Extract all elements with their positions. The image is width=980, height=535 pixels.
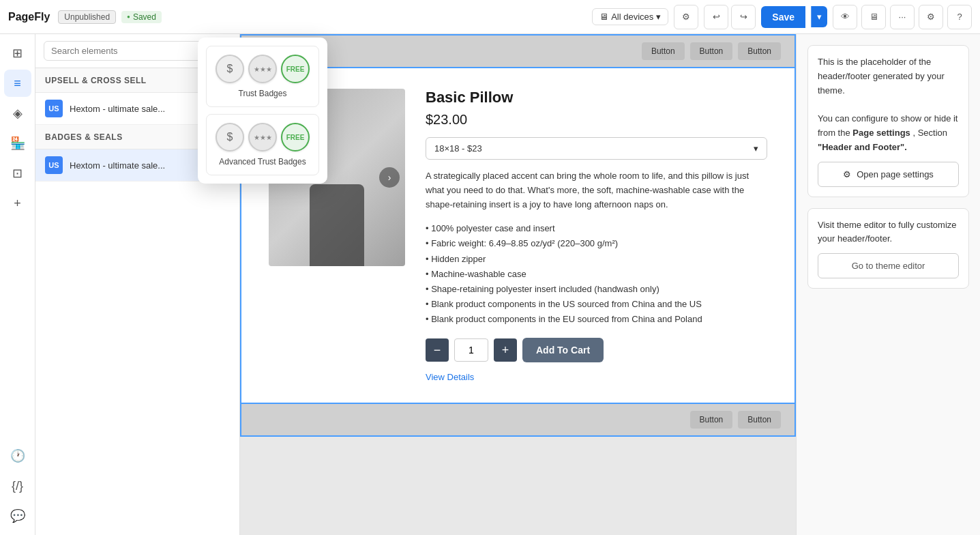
product-image-next-button[interactable]: › [379,167,400,188]
variant-value: 18×18 - $23 [434,143,482,154]
rail-history-button[interactable]: 🕐 [4,442,31,469]
eye-icon: 👁 [841,12,850,22]
product-image-decor [310,184,364,266]
trust-badges-icons: $ ★★★ FREE [216,55,310,83]
product-info: Basic Pillow $23.00 18×18 - $23 ▾ A stra… [426,89,767,382]
quantity-decrease-button[interactable]: − [426,338,449,362]
apps-icon: ◈ [13,106,23,121]
badge-free: FREE [281,55,310,83]
rail-apps-button[interactable]: ◈ [4,100,31,127]
help-button[interactable]: ? [947,5,972,29]
save-button[interactable]: Save [761,6,805,28]
right-panel: This is the placeholder of the header/fo… [796,34,980,535]
gear-icon: ⚙ [843,169,851,179]
badge-dollar: $ [216,55,244,83]
elements-icon: ⊡ [12,166,23,181]
topbar: PageFly Unpublished Saved 🖥 All devices … [0,0,980,34]
chat-icon: 💬 [10,508,25,523]
more-options-button[interactable]: ··· [890,5,915,29]
header-btn-2[interactable]: Button [690,42,733,60]
open-page-settings-button[interactable]: ⚙ Open page settings [818,162,959,187]
section-title-badges: BADGES & SEALS [45,132,123,142]
adv-badge-free: FREE [281,123,310,151]
trust-badges-label: Trust Badges [239,89,287,98]
hextom-upsell-label: Hextom - ultimate sale... [70,104,165,114]
header-footer-info-card: This is the placeholder of the header/fo… [807,45,969,197]
product-title: Basic Pillow [426,89,767,106]
rail-code-button[interactable]: {/} [4,472,31,500]
hextom-upsell-icon: US [45,100,63,117]
hextom-badges-label: Hextom - ultimate sale... [70,160,165,171]
theme-footer-placeholder: Button Button [240,403,796,437]
hextom-badges-icon: US [45,156,63,174]
store-icon: 🏪 [10,136,25,151]
advanced-trust-badges-card[interactable]: $ ★★★ FREE Advanced Trust Badges [206,114,319,175]
info-text-primary: This is the placeholder of the header/fo… [818,55,959,98]
go-to-theme-editor-button[interactable]: Go to theme editor [818,253,959,278]
code-icon: {/} [12,479,23,493]
bullet-1: • 100% polyester case and insert [426,221,767,236]
desktop-view-button[interactable]: 🖥 [861,5,886,29]
quantity-increase-button[interactable]: + [494,338,517,362]
quantity-input[interactable] [454,338,488,362]
rail-layers-button[interactable]: ≡ [4,70,31,97]
monitor-icon: 🖥 [599,12,608,22]
help-icon: ? [957,12,962,22]
settings-button[interactable]: ⚙ [919,5,943,29]
variant-chevron-icon: ▾ [754,143,758,154]
chevron-down-icon: ▾ [817,12,822,22]
section-title-upsell: UPSELL & CROSS SELL [45,76,147,85]
more-icon: ··· [899,12,906,22]
sliders-icon: ⚙ [682,12,690,22]
product-price: $23.00 [426,112,767,128]
app-logo: PageFly [8,11,50,23]
redo-button[interactable]: ↪ [731,5,756,29]
trust-badges-card[interactable]: $ ★★★ FREE Trust Badges [206,46,319,107]
visit-text: Visit theme editor to fully customize yo… [818,218,959,247]
rail-pages-button[interactable]: ⊞ [4,40,31,67]
devices-selector[interactable]: 🖥 All devices ▾ [592,8,668,25]
status-saved: Saved [121,11,162,23]
rail-elements-button[interactable]: ⊡ [4,160,31,187]
product-variant-selector[interactable]: 18×18 - $23 ▾ [426,137,767,160]
preview-button[interactable]: 👁 [833,5,857,29]
footer-btn-2[interactable]: Button [738,411,781,429]
undo-button[interactable]: ↩ [704,5,728,29]
undo-icon: ↩ [713,12,720,22]
layers-icon: ≡ [14,76,21,91]
adv-badge-stars: ★★★ [248,123,277,151]
add-to-cart-button[interactable]: Add To Cart [522,338,604,362]
adv-badge-dollar: $ [216,123,244,151]
rail-add-button[interactable]: + [4,190,31,217]
info-text-secondary: You can configure to show or hide it fro… [818,112,959,154]
redo-icon: ↪ [740,12,747,22]
header-btn-3[interactable]: Button [738,42,781,60]
bullet-2: • Fabric weight: 6.49–8.85 oz/yd² (220–3… [426,236,767,251]
bullet-6: • Blank product components in the US sou… [426,297,767,312]
advanced-trust-badges-label: Advanced Trust Badges [219,157,306,167]
bullet-7: • Blank product components in the EU sou… [426,312,767,327]
footer-btn-1[interactable]: Button [690,411,733,429]
product-quantity-control: − + Add To Cart [426,338,767,362]
badge-stars: ★★★ [248,55,277,83]
history-icon: 🕐 [10,448,25,463]
rail-chat-button[interactable]: 💬 [4,502,31,530]
bullet-4: • Machine-washable case [426,267,767,282]
status-unpublished: Unpublished [58,10,116,24]
icon-rail: ⊞ ≡ ◈ 🏪 ⊡ + 🕐 {/} 💬 [0,34,35,535]
bullet-5: • Shape-retaining polyester insert inclu… [426,282,767,297]
bullet-3: • Hidden zipper [426,252,767,267]
add-icon: + [14,197,21,211]
product-bullets: • 100% polyester case and insert • Fabri… [426,221,767,327]
theme-editor-card: Visit theme editor to fully customize yo… [807,208,969,289]
chevron-down-icon: ▾ [656,12,661,22]
search-input[interactable] [44,41,211,61]
save-dropdown-button[interactable]: ▾ [811,6,827,27]
advanced-badges-icons: $ ★★★ FREE [216,123,310,151]
header-btn-1[interactable]: Button [642,42,685,60]
gear-icon: ⚙ [927,12,935,22]
desktop-icon: 🖥 [870,12,878,22]
filter-button[interactable]: ⚙ [674,5,698,29]
rail-store-button[interactable]: 🏪 [4,130,31,157]
view-details-button[interactable]: View Details [426,372,474,382]
